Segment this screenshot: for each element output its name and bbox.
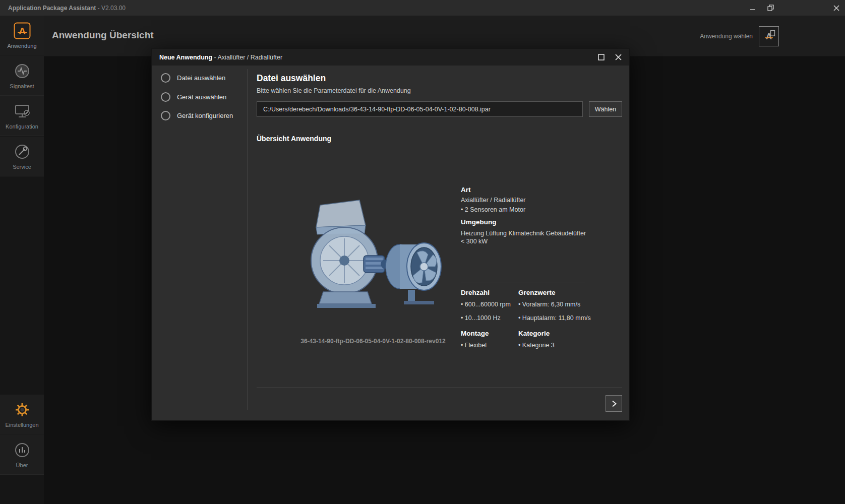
sidebar-item-service[interactable]: Service (0, 137, 44, 176)
window-title-version: - V2.03.00 (96, 5, 126, 12)
sidebar-label-ueber: Über (16, 462, 28, 468)
montage-label: Montage (461, 330, 518, 337)
dialog-vertical-divider (248, 69, 248, 410)
page-title: Anwendung Übersicht (52, 30, 154, 41)
step-label: Datei auswählen (177, 74, 225, 82)
sidebar-item-ueber[interactable]: Über (0, 435, 44, 475)
restore-button[interactable] (762, 0, 779, 16)
step-radio-icon[interactable] (161, 111, 170, 120)
kategorie-label: Kategorie (518, 330, 627, 337)
drehzahl-item: • 10...1000 Hz (461, 314, 518, 322)
image-caption: 36-43-14-90-ftp-DD-06-05-04-0V-1-02-80-0… (272, 338, 474, 345)
sidebar-item-einstellungen[interactable]: Einstellungen (0, 395, 44, 434)
sidebar-label-anwendung: Anwendung (7, 43, 36, 49)
dialog-close-icon (615, 54, 622, 60)
section-subtitle: Bitte wählen Sie die Parameterdatei für … (257, 87, 411, 94)
info-grid: Drehzahl • 600...60000 rpm • 10...1000 H… (461, 289, 627, 355)
sidebar-label-signaltest: Signaltest (10, 83, 34, 89)
fan-product-image (294, 196, 455, 323)
minimize-icon (750, 5, 756, 11)
sidebar: A Anwendung Signaltest Konfiguration (0, 16, 44, 504)
minimize-button[interactable] (744, 0, 761, 16)
step-label: Gerät auswählen (177, 93, 226, 101)
app-logo-gray-icon: A (761, 29, 776, 44)
sidebar-label-konfiguration: Konfiguration (6, 123, 38, 130)
step-radio-icon[interactable] (161, 73, 170, 83)
section-title: Datei auswählen (257, 73, 326, 84)
window-titlebar: Application Package Assistant - V2.03.00 (0, 0, 845, 16)
sidebar-item-signaltest[interactable]: Signaltest (0, 56, 44, 96)
window-title: Application Package Assistant - V2.03.00 (8, 5, 126, 12)
dialog-maximize-button[interactable] (595, 51, 607, 64)
step-radio-icon[interactable] (161, 92, 170, 102)
next-step-button[interactable] (606, 395, 622, 412)
sidebar-item-anwendung[interactable]: A Anwendung (0, 16, 44, 55)
art-bullet: • 2 Sensoren am Motor (461, 206, 525, 213)
grenzwerte-label: Grenzwerte (518, 289, 627, 296)
umgebung-value: Heizung Lüftung Klimatechnik Gebäudelüft… (461, 229, 591, 245)
dialog-title: Neue Anwendung - Axiallüfter / Radiallüf… (159, 54, 282, 61)
montage-item: • Flexibel (461, 342, 518, 349)
drehzahl-item: • 600...60000 rpm (461, 301, 518, 308)
umgebung-label: Umgebung (461, 218, 497, 226)
dialog-bottom-divider (257, 388, 622, 388)
svg-text:A: A (19, 26, 26, 36)
kategorie-item: • Kategorie 3 (518, 342, 627, 349)
grenzwerte-item: • Voralarm: 6,30 mm/s (518, 301, 627, 308)
sidebar-item-konfiguration[interactable]: Konfiguration (0, 96, 44, 136)
choose-file-button[interactable]: Wählen (589, 101, 622, 117)
grenzwerte-item: • Hauptalarm: 11,80 mm/s (518, 314, 627, 322)
gear-icon (14, 401, 31, 418)
app-logo-icon: A (14, 22, 31, 39)
art-value: Axiallüfter / Radiallüfter (461, 197, 526, 204)
info-divider (461, 283, 585, 283)
step-geraet-konfigurieren[interactable]: Gerät konfigurieren (161, 111, 233, 120)
about-icon (14, 442, 31, 459)
overview-title: Übersicht Anwendung (257, 135, 331, 143)
monitor-wrench-icon (14, 103, 31, 120)
drehzahl-label: Drehzahl (461, 289, 518, 296)
dialog-title-main: Neue Anwendung (159, 54, 212, 61)
window-title-app: Application Package Assistant (8, 5, 96, 12)
signal-icon (14, 62, 31, 80)
dialog-title-sub: - Axiallüfter / Radiallüfter (212, 54, 282, 61)
art-label: Art (461, 186, 471, 194)
restore-icon (767, 5, 774, 11)
step-geraet-auswaehlen[interactable]: Gerät auswählen (161, 92, 226, 102)
svg-text:A: A (766, 32, 772, 41)
dialog-titlebar: Neue Anwendung - Axiallüfter / Radiallüf… (152, 49, 629, 66)
sidebar-label-einstellungen: Einstellungen (5, 422, 38, 428)
chevron-right-icon (610, 400, 618, 408)
close-button[interactable] (828, 0, 845, 16)
dialog-maximize-icon (598, 54, 605, 60)
step-label: Gerät konfigurieren (177, 112, 233, 119)
step-datei-auswaehlen[interactable]: Datei auswählen (161, 73, 225, 83)
close-icon (833, 5, 839, 11)
anwendung-waehlen-label: Anwendung wählen (700, 33, 753, 40)
new-application-dialog: Neue Anwendung - Axiallüfter / Radiallüf… (151, 48, 630, 421)
anwendung-waehlen-button[interactable]: A (759, 26, 779, 46)
dialog-close-button[interactable] (612, 51, 624, 64)
sidebar-label-service: Service (13, 164, 31, 170)
file-path-input[interactable] (257, 101, 583, 117)
service-wrench-icon (14, 143, 31, 160)
